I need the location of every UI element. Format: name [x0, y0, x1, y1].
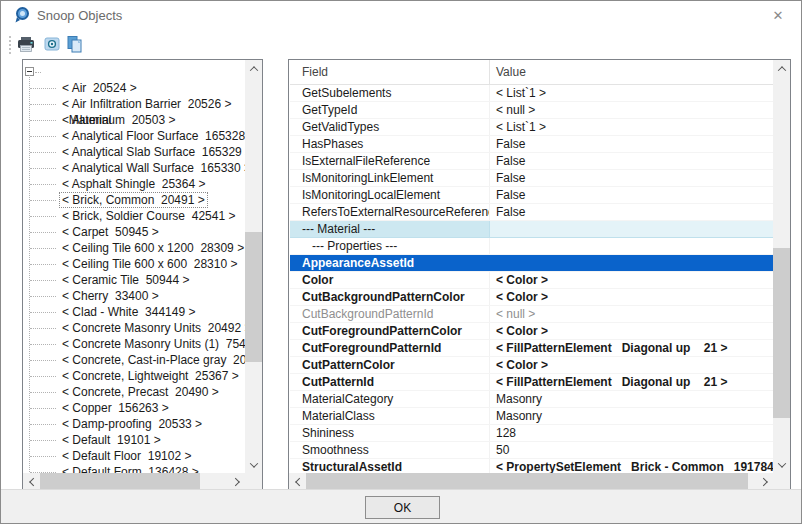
- scroll-left-arrow[interactable]: [23, 473, 40, 490]
- grid-row[interactable]: MaterialCategoryMasonry: [290, 391, 774, 408]
- tree-item[interactable]: < Clad - White 344149 >: [24, 304, 245, 320]
- toolbar-grip[interactable]: [9, 36, 12, 54]
- field-cell: MaterialClass: [290, 408, 490, 424]
- tree-item[interactable]: < Carpet 50945 >: [24, 224, 245, 240]
- scroll-thumb[interactable]: [40, 473, 200, 490]
- grid-row[interactable]: Smoothness50: [290, 442, 774, 459]
- tree-item[interactable]: < Ceiling Tile 600 x 1200 28309 >: [24, 240, 245, 256]
- tree-item[interactable]: < Asphalt Shingle 25364 >: [24, 176, 245, 192]
- tree-item[interactable]: < Aluminum 20503 >: [24, 112, 245, 128]
- tree-item[interactable]: < Air 20524 >: [24, 80, 245, 96]
- material-tree-panel: Material < Air 20524 >< Air Infiltration…: [22, 59, 263, 491]
- grid-row[interactable]: CutBackgroundPatternId< null >: [290, 306, 774, 323]
- tree-item[interactable]: < Concrete, Lightweight 25367 >: [24, 368, 245, 384]
- scroll-up-arrow[interactable]: [245, 60, 262, 77]
- grid-row[interactable]: IsMonitoringLinkElementFalse: [290, 170, 774, 187]
- grid-body: GetSubelements< List`1 >GetTypeId< null …: [290, 85, 774, 473]
- print-preview-button[interactable]: [41, 33, 63, 55]
- scroll-right-arrow[interactable]: [228, 473, 245, 490]
- tree-item[interactable]: < Damp-proofing 20533 >: [24, 416, 245, 432]
- tree-item-list: < Air 20524 >< Air Infiltration Barrier …: [24, 80, 245, 473]
- tree-item[interactable]: < Concrete, Cast-in-Place gray 20489 >: [24, 352, 245, 368]
- tree-item[interactable]: < Ceiling Tile 600 x 600 28310 >: [24, 256, 245, 272]
- tree-root-material[interactable]: Material: [24, 64, 245, 80]
- grid-row[interactable]: IsExternalFileReferenceFalse: [290, 153, 774, 170]
- copy-button[interactable]: [63, 33, 85, 55]
- field-cell: MaterialCategory: [290, 391, 490, 407]
- grid-row[interactable]: Shininess128: [290, 425, 774, 442]
- tree-item[interactable]: < Air Infiltration Barrier 20526 >: [24, 96, 245, 112]
- value-cell: < null >: [490, 307, 774, 321]
- tree-item[interactable]: < Default Floor 19102 >: [24, 448, 245, 464]
- grid-row[interactable]: CutPatternColor< Color >: [290, 357, 774, 374]
- tree-item-label: < Damp-proofing 20533 >: [60, 417, 204, 431]
- tree-item-label: < Brick, Soldier Course 42541 >: [60, 209, 237, 223]
- grid-horizontal-scrollbar[interactable]: [289, 473, 773, 490]
- scrollbar-corner: [773, 473, 790, 490]
- value-cell: False: [490, 188, 774, 202]
- scroll-down-arrow[interactable]: [245, 456, 262, 473]
- print-button[interactable]: [15, 33, 37, 55]
- tree-item[interactable]: < Concrete, Precast 20490 >: [24, 384, 245, 400]
- tree-item[interactable]: < Analytical Floor Surface 165328 >: [24, 128, 245, 144]
- tree-item[interactable]: < Default 19101 >: [24, 432, 245, 448]
- tree-item[interactable]: < Analytical Slab Surface 165329 >: [24, 144, 245, 160]
- grid-row[interactable]: CutPatternId< FillPatternElement Diagona…: [290, 374, 774, 391]
- properties-grid-panel: Field Value GetSubelements< List`1 >GetT…: [288, 59, 791, 491]
- value-cell: False: [490, 205, 774, 219]
- tree-horizontal-scrollbar[interactable]: [23, 473, 245, 490]
- tree-item-label: < Analytical Slab Surface 165329 >: [60, 145, 245, 159]
- scroll-left-arrow[interactable]: [289, 473, 306, 490]
- grid-row[interactable]: CutBackgroundPatternColor< Color >: [290, 289, 774, 306]
- value-column-header[interactable]: Value: [490, 65, 774, 79]
- tree-item[interactable]: < Analytical Wall Surface 165330 >: [24, 160, 245, 176]
- grid-row[interactable]: AppearanceAssetId: [290, 255, 774, 272]
- tree-item-label: < Ceiling Tile 600 x 600 28310 >: [60, 257, 239, 271]
- value-cell: False: [490, 154, 774, 168]
- grid-row[interactable]: RefersToExternalResourceReferencesFalse: [290, 204, 774, 221]
- tree-item-label: < Ceramic Tile 50944 >: [60, 273, 191, 287]
- tree-item[interactable]: < Concrete Masonry Units (1) 75452 >: [24, 336, 245, 352]
- grid-row[interactable]: CutForegroundPatternColor< Color >: [290, 323, 774, 340]
- tree-vertical-scrollbar[interactable]: [245, 60, 262, 473]
- scroll-down-arrow[interactable]: [773, 456, 790, 473]
- tree-item[interactable]: < Brick, Soldier Course 42541 >: [24, 208, 245, 224]
- ok-button[interactable]: OK: [365, 496, 440, 519]
- tree-item[interactable]: < Ceramic Tile 50944 >: [24, 272, 245, 288]
- grid-row[interactable]: StructuralAssetId< PropertySetElement Br…: [290, 459, 774, 473]
- scroll-right-arrow[interactable]: [756, 473, 773, 490]
- grid-row[interactable]: MaterialClassMasonry: [290, 408, 774, 425]
- value-cell: 128: [490, 426, 774, 440]
- grid-row[interactable]: GetValidTypes< List`1 >: [290, 119, 774, 136]
- tree-item-label: < Clad - White 344149 >: [60, 305, 197, 319]
- grid-row[interactable]: CutForegroundPatternId< FillPatternEleme…: [290, 340, 774, 357]
- scroll-up-arrow[interactable]: [773, 60, 790, 77]
- field-cell: CutBackgroundPatternColor: [290, 289, 490, 305]
- value-cell: < null >: [490, 103, 774, 117]
- tree-item[interactable]: < Concrete Masonry Units 20492 >: [24, 320, 245, 336]
- field-cell: CutPatternColor: [290, 357, 490, 373]
- value-cell: < Color >: [490, 324, 774, 338]
- field-cell: --- Material ---: [290, 221, 490, 237]
- grid-row[interactable]: GetTypeId< null >: [290, 102, 774, 119]
- grid-vertical-scrollbar[interactable]: [773, 60, 790, 473]
- grid-row[interactable]: Color< Color >: [290, 272, 774, 289]
- scroll-thumb[interactable]: [773, 248, 790, 418]
- close-button[interactable]: ✕: [767, 6, 789, 25]
- grid-separator-row[interactable]: --- Material ---: [290, 221, 774, 238]
- scroll-thumb[interactable]: [306, 473, 748, 490]
- tree-item[interactable]: < Brick, Common 20491 >: [24, 192, 245, 208]
- field-column-header[interactable]: Field: [290, 60, 490, 84]
- scroll-thumb[interactable]: [245, 232, 262, 362]
- value-cell: < FillPatternElement Diagonal up 21 >: [490, 375, 774, 389]
- field-cell: Color: [290, 272, 490, 288]
- grid-row[interactable]: HasPhasesFalse: [290, 136, 774, 153]
- tree-item[interactable]: < Copper 156263 >: [24, 400, 245, 416]
- grid-row[interactable]: GetSubelements< List`1 >: [290, 85, 774, 102]
- tree-item[interactable]: < Cherry 33400 >: [24, 288, 245, 304]
- titlebar: Snoop Objects ✕: [1, 1, 801, 29]
- grid-row[interactable]: IsMonitoringLocalElementFalse: [290, 187, 774, 204]
- grid-row[interactable]: --- Properties ---: [290, 238, 774, 255]
- field-cell: CutForegroundPatternColor: [290, 323, 490, 339]
- tree-item[interactable]: < Default Form 136428 >: [24, 464, 245, 473]
